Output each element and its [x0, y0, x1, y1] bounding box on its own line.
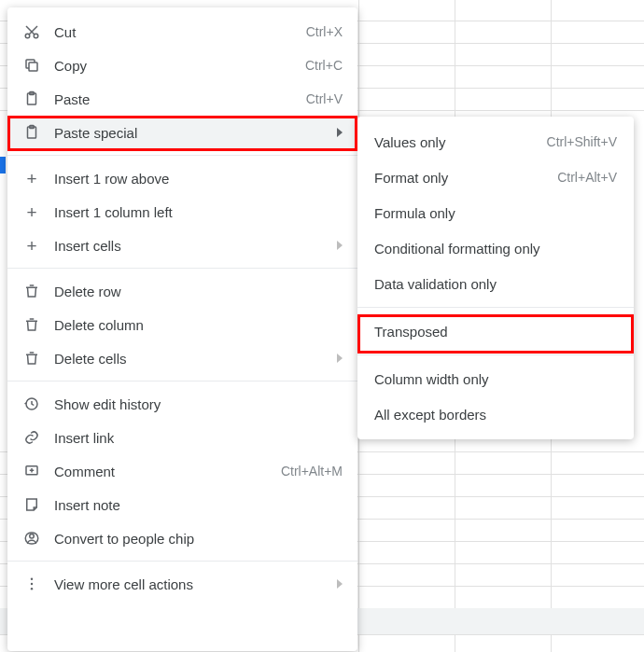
menu-shortcut: Ctrl+V [306, 91, 343, 106]
menu-item-delete-row[interactable]: Delete row [7, 274, 357, 308]
menu-separator [7, 381, 357, 381]
trash-icon [22, 282, 41, 300]
menu-shortcut: Ctrl+X [306, 24, 343, 39]
menu-item-convert-to-people-chip[interactable]: Convert to people chip [7, 521, 357, 555]
menu-label: Delete column [54, 317, 343, 333]
menu-label: Paste special [54, 125, 329, 141]
submenu-item-formula-only[interactable]: Formula only [357, 195, 634, 230]
person-icon [22, 529, 41, 548]
menu-label: Column width only [374, 371, 617, 387]
menu-label: All except borders [374, 407, 617, 423]
menu-separator [7, 561, 357, 562]
copy-icon [22, 56, 41, 75]
menu-label: Delete cells [54, 351, 329, 367]
menu-label: Values only [374, 134, 547, 150]
menu-label: Convert to people chip [54, 531, 343, 547]
context-menu: Cut Ctrl+X Copy Ctrl+C Paste Ctrl+V Past… [7, 7, 357, 651]
menu-label: Conditional formatting only [374, 241, 617, 257]
menu-item-comment[interactable]: Comment Ctrl+Alt+M [7, 454, 357, 488]
menu-item-cut[interactable]: Cut Ctrl+X [7, 15, 357, 49]
menu-item-insert-row-above[interactable]: + Insert 1 row above [7, 161, 357, 195]
submenu-item-data-validation-only[interactable]: Data validation only [357, 266, 634, 301]
svg-point-16 [31, 583, 33, 585]
paste-special-submenu: Values only Ctrl+Shift+V Format only Ctr… [357, 117, 634, 439]
link-icon [22, 428, 41, 447]
menu-label: View more cell actions [54, 576, 329, 592]
more-vertical-icon [22, 575, 41, 593]
menu-item-view-more-actions[interactable]: View more cell actions [7, 567, 357, 601]
menu-label: Insert cells [54, 238, 329, 254]
menu-label: Formula only [374, 205, 617, 221]
submenu-item-transposed[interactable]: Transposed [357, 313, 634, 349]
submenu-item-values-only[interactable]: Values only Ctrl+Shift+V [357, 124, 634, 160]
menu-shortcut: Ctrl+Shift+V [547, 134, 617, 149]
submenu-item-column-width-only[interactable]: Column width only [357, 361, 634, 396]
submenu-item-format-only[interactable]: Format only Ctrl+Alt+V [357, 160, 634, 195]
trash-icon [22, 315, 41, 334]
menu-item-insert-note[interactable]: Insert note [7, 488, 357, 521]
plus-icon: + [22, 202, 41, 221]
menu-label: Cut [54, 24, 306, 40]
svg-point-13 [30, 534, 35, 539]
svg-rect-4 [29, 62, 37, 71]
chevron-right-icon [337, 354, 343, 363]
comment-icon [22, 462, 41, 480]
chevron-right-icon [337, 241, 343, 250]
clipboard-icon [22, 90, 41, 108]
menu-label: Transposed [374, 324, 617, 340]
selection-indicator [0, 157, 6, 173]
submenu-item-conditional-formatting-only[interactable]: Conditional formatting only [357, 230, 634, 266]
menu-item-copy[interactable]: Copy Ctrl+C [7, 49, 357, 82]
plus-icon: + [22, 169, 41, 187]
note-icon [22, 495, 41, 514]
history-icon [22, 395, 41, 413]
menu-item-insert-link[interactable]: Insert link [7, 421, 357, 454]
clipboard-icon [22, 123, 41, 142]
plus-icon: + [22, 236, 41, 255]
menu-label: Insert note [54, 497, 343, 513]
menu-separator [7, 155, 357, 156]
menu-label: Copy [54, 58, 305, 74]
menu-label: Insert link [54, 430, 343, 446]
menu-label: Delete row [54, 284, 343, 299]
menu-label: Data validation only [374, 276, 617, 292]
menu-item-delete-cells[interactable]: Delete cells [7, 341, 357, 375]
menu-item-paste[interactable]: Paste Ctrl+V [7, 82, 357, 116]
menu-item-paste-special[interactable]: Paste special [7, 116, 357, 149]
menu-label: Insert 1 row above [54, 171, 343, 187]
menu-item-insert-column-left[interactable]: + Insert 1 column left [7, 195, 357, 229]
menu-label: Insert 1 column left [54, 204, 343, 220]
menu-shortcut: Ctrl+Alt+M [281, 464, 343, 479]
menu-item-show-edit-history[interactable]: Show edit history [7, 387, 357, 421]
chevron-right-icon [337, 579, 343, 589]
menu-shortcut: Ctrl+C [305, 58, 343, 73]
scissors-icon [22, 22, 41, 41]
menu-label: Format only [374, 170, 557, 186]
menu-separator [7, 268, 357, 269]
menu-label: Comment [54, 464, 281, 479]
svg-point-15 [31, 578, 33, 580]
menu-item-delete-column[interactable]: Delete column [7, 308, 357, 341]
menu-separator [357, 307, 634, 308]
menu-shortcut: Ctrl+Alt+V [557, 170, 617, 185]
submenu-item-all-except-borders[interactable]: All except borders [357, 396, 634, 432]
trash-icon [22, 349, 41, 368]
svg-point-17 [31, 588, 33, 590]
menu-label: Paste [54, 91, 306, 107]
menu-item-insert-cells[interactable]: + Insert cells [7, 229, 357, 262]
chevron-right-icon [337, 128, 343, 137]
menu-separator [357, 354, 634, 355]
menu-label: Show edit history [54, 396, 343, 412]
